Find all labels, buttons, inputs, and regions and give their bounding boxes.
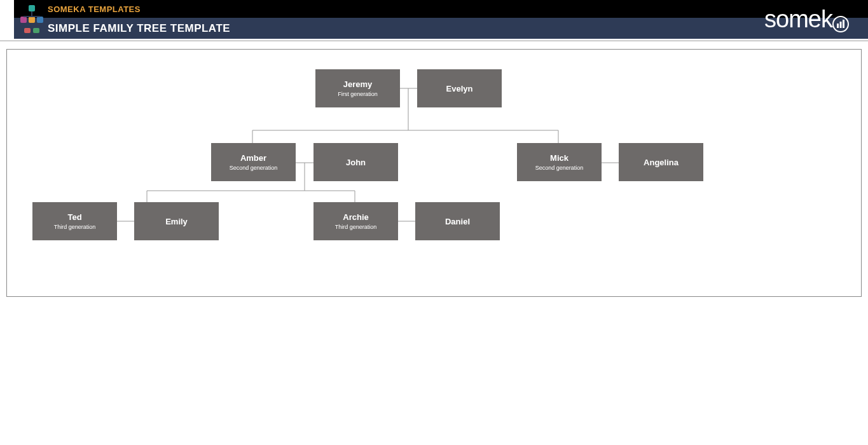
node-amber[interactable]: Amber Second generation <box>211 143 296 181</box>
node-name: Ted <box>67 212 81 222</box>
svg-rect-5 <box>33 28 39 33</box>
node-sub: Third generation <box>335 224 377 230</box>
header-title-bar: SIMPLE FAMILY TREE TEMPLATE <box>0 18 868 39</box>
node-mick[interactable]: Mick Second generation <box>517 143 602 181</box>
node-daniel[interactable]: Daniel <box>415 202 500 240</box>
svg-rect-1 <box>20 17 27 23</box>
page-title: SIMPLE FAMILY TREE TEMPLATE <box>48 22 230 35</box>
node-emily[interactable]: Emily <box>134 202 219 240</box>
svg-rect-11 <box>837 24 839 28</box>
node-jeremy[interactable]: Jeremy First generation <box>315 69 400 107</box>
node-name: Amber <box>240 153 266 163</box>
node-name: Angelina <box>644 158 679 167</box>
node-name: John <box>346 158 366 167</box>
node-sub: Second generation <box>535 165 584 171</box>
node-archie[interactable]: Archie Third generation <box>313 202 398 240</box>
node-angelina[interactable]: Angelina <box>619 143 703 181</box>
svg-rect-12 <box>840 22 842 28</box>
node-sub: Second generation <box>230 165 278 171</box>
brand-label: SOMEKA TEMPLATES <box>48 4 141 14</box>
node-john[interactable]: John <box>313 143 398 181</box>
logo-text: somek <box>764 6 832 32</box>
svg-rect-3 <box>37 17 43 23</box>
logo-chart-icon <box>832 11 849 38</box>
node-sub: First generation <box>338 91 378 97</box>
node-name: Evelyn <box>446 84 473 93</box>
node-name: Emily <box>165 217 188 226</box>
node-name: Daniel <box>445 217 470 226</box>
svg-rect-13 <box>843 20 844 28</box>
node-ted[interactable]: Ted Third generation <box>32 202 117 240</box>
svg-rect-4 <box>24 28 31 33</box>
node-sub: Third generation <box>54 224 96 230</box>
node-evelyn[interactable]: Evelyn <box>417 69 502 107</box>
node-name: Mick <box>550 153 568 163</box>
divider <box>0 40 868 41</box>
family-tree-icon <box>18 4 46 34</box>
header-left-margin <box>0 0 14 39</box>
svg-rect-2 <box>29 17 35 23</box>
svg-rect-0 <box>29 5 35 11</box>
someka-logo: somek <box>764 4 849 34</box>
header-brand-bar: SOMEKA TEMPLATES <box>0 0 868 18</box>
family-tree-canvas: Jeremy First generation Evelyn Amber Sec… <box>6 49 862 297</box>
node-name: Jeremy <box>343 79 373 89</box>
node-name: Archie <box>343 212 368 222</box>
